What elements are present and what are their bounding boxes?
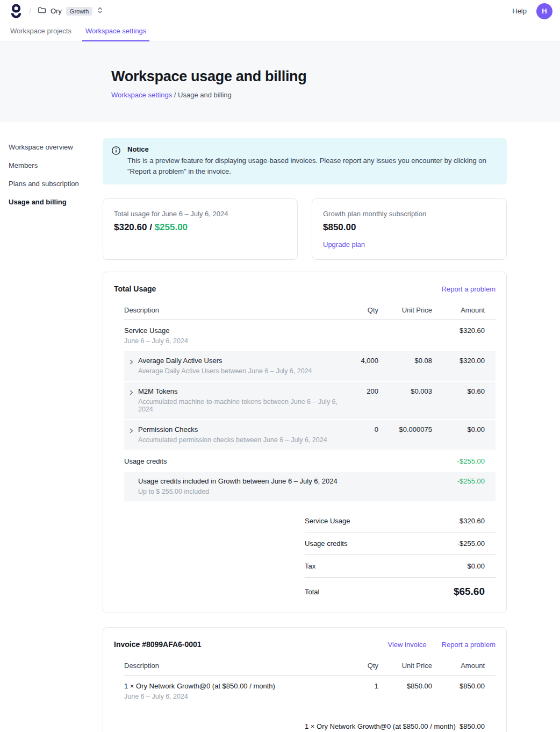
- total-value: $320.60: [460, 517, 485, 525]
- row-amount: $850.00: [437, 682, 485, 690]
- summary-cards: Total usage for June 6 – July 6, 2024 $3…: [103, 198, 507, 260]
- row-subtitle: Up to $ 255.00 included: [138, 488, 338, 495]
- col-amount: Amount: [437, 306, 485, 314]
- row-subtitle: June 6 – July 6, 2024: [124, 337, 339, 345]
- total-usage-card: Total usage for June 6 – July 6, 2024 $3…: [103, 198, 298, 260]
- breadcrumb-workspace-settings-link[interactable]: Workspace settings: [111, 91, 172, 99]
- breadcrumb-current: / Usage and billing: [174, 91, 232, 99]
- row-qty: 0: [344, 425, 378, 433]
- total-line-tax: Tax $0.00: [305, 555, 496, 578]
- table-row-m2m-tokens: M2M Tokens Accumulated machine-to-machin…: [124, 382, 496, 419]
- invoice-report-problem-link[interactable]: Report a problem: [442, 641, 496, 649]
- sidebar-item-members[interactable]: Members: [9, 160, 103, 171]
- invoice-panel: Invoice #8099AFA6-0001 View invoice Repo…: [103, 627, 507, 732]
- usage-table-header: Description Qty Unit Price Amount: [124, 301, 496, 320]
- row-subtitle: Accumulated permission checks between Ju…: [138, 436, 327, 444]
- total-line-usage-credits: Usage credits -$255.00: [305, 532, 496, 555]
- notice-body: This is a preview feature for displaying…: [127, 155, 498, 177]
- plan-label: Growth plan monthly subscription: [323, 210, 496, 218]
- row-title: Permission Checks: [138, 425, 327, 433]
- settings-sidenav: Workspace overview Members Plans and sub…: [0, 122, 103, 215]
- folder-icon: [38, 6, 46, 16]
- ory-logo-icon[interactable]: [10, 3, 23, 19]
- chevron-right-icon[interactable]: [128, 427, 134, 444]
- tab-workspace-settings[interactable]: Workspace settings: [82, 22, 149, 41]
- invoice-table: Description Qty Unit Price Amount 1 × Or…: [124, 657, 496, 732]
- workspace-tabs: Workspace projects Workspace settings: [0, 22, 560, 41]
- notice-banner: Notice This is a preview feature for dis…: [103, 138, 507, 184]
- row-amount: -$255.00: [437, 477, 485, 485]
- col-description: Description: [124, 306, 339, 314]
- row-subtitle: Accumulated machine-to-machine tokens be…: [138, 398, 339, 413]
- tab-workspace-projects[interactable]: Workspace projects: [7, 22, 75, 41]
- row-qty: 4,000: [344, 357, 378, 365]
- total-usage-label: Total usage for June 6 – July 6, 2024: [114, 210, 286, 218]
- workspace-switcher[interactable]: Ory Growth: [38, 6, 103, 16]
- usage-report-problem-link[interactable]: Report a problem: [442, 285, 496, 293]
- total-label: Usage credits: [305, 539, 347, 548]
- sidebar-item-plans-subscription[interactable]: Plans and subscription: [9, 178, 103, 189]
- plan-subscription-card: Growth plan monthly subscription $850.00…: [312, 198, 507, 260]
- row-title: Usage credits included in Growth between…: [138, 477, 338, 485]
- row-unit-price: $0.08: [384, 357, 432, 365]
- sidebar-item-usage-billing[interactable]: Usage and billing: [9, 196, 103, 208]
- row-amount: $320.00: [437, 357, 485, 365]
- row-title: 1 × Ory Network Growth@0 (at $850.00 / m…: [124, 682, 339, 690]
- col-amount: Amount: [437, 662, 485, 670]
- row-title: Average Daily Active Users: [138, 357, 312, 365]
- chevron-updown-icon[interactable]: [97, 6, 103, 16]
- row-subtitle: Average Daily Active Users between June …: [138, 367, 312, 375]
- sidebar-item-workspace-overview[interactable]: Workspace overview: [9, 141, 103, 153]
- page-title: Workspace usage and billing: [111, 68, 539, 85]
- table-row-permission-checks: Permission Checks Accumulated permission…: [124, 420, 496, 450]
- col-unit-price: Unit Price: [384, 306, 432, 314]
- row-unit-price: $0.000075: [384, 425, 432, 433]
- info-icon: [111, 146, 121, 177]
- usage-panel-title: Total Usage: [114, 285, 156, 293]
- notice-content: Notice This is a preview feature for dis…: [127, 145, 498, 177]
- usage-totals: Service Usage $320.60 Usage credits -$25…: [305, 510, 496, 599]
- row-amount: $0.00: [437, 425, 485, 433]
- row-title: Usage credits: [124, 457, 339, 465]
- main-content: Notice This is a preview feature for dis…: [103, 122, 507, 732]
- row-subtitle: June 6 – July 6, 2024: [124, 693, 339, 700]
- col-qty: Qty: [344, 662, 378, 670]
- col-qty: Qty: [344, 306, 378, 314]
- workspace-plan-badge: Growth: [66, 7, 92, 16]
- row-unit-price: $0.003: [384, 387, 432, 395]
- row-qty: 200: [344, 387, 378, 395]
- col-description: Description: [124, 662, 339, 670]
- total-line-service-usage: Service Usage $320.60: [305, 510, 496, 532]
- plan-amount: $850.00: [323, 222, 496, 233]
- avatar[interactable]: H: [536, 3, 552, 19]
- breadcrumb: Workspace settings / Usage and billing: [111, 91, 539, 99]
- table-row-service-usage: Service Usage June 6 – July 6, 2024 $320…: [124, 320, 496, 351]
- total-value: $0.00: [467, 562, 485, 570]
- upgrade-plan-link[interactable]: Upgrade plan: [323, 240, 365, 248]
- table-row-usage-credits-detail: Usage credits included in Growth between…: [124, 472, 496, 501]
- row-unit-price: $850.00: [384, 682, 432, 690]
- topbar-right: Help H: [512, 3, 552, 19]
- notice-title: Notice: [127, 145, 498, 153]
- total-line-item: 1 × Ory Network Growth@0 (at $850.00 / m…: [305, 715, 496, 732]
- chevron-right-icon[interactable]: [128, 358, 134, 375]
- view-invoice-link[interactable]: View invoice: [388, 641, 427, 649]
- col-unit-price: Unit Price: [384, 662, 432, 670]
- row-amount: $320.60: [437, 326, 485, 335]
- row-title: M2M Tokens: [138, 387, 339, 395]
- total-usage-panel: Total Usage Report a problem Description…: [103, 272, 507, 613]
- total-label: Service Usage: [305, 517, 350, 525]
- page-header: Workspace usage and billing Workspace se…: [0, 41, 560, 122]
- usage-table: Description Qty Unit Price Amount Servic…: [124, 301, 496, 599]
- help-link[interactable]: Help: [512, 7, 527, 15]
- grand-total-value: $65.60: [454, 586, 485, 598]
- invoice-title: Invoice #8099AFA6-0001: [114, 640, 202, 649]
- row-qty: 1: [344, 682, 378, 690]
- table-row-daily-active-users: Average Daily Active Users Average Daily…: [124, 351, 496, 381]
- workspace-name: Ory: [51, 7, 62, 15]
- row-title: Service Usage: [124, 326, 339, 335]
- total-value: -$255.00: [457, 539, 485, 548]
- invoice-totals: 1 × Ory Network Growth@0 (at $850.00 / m…: [305, 715, 496, 732]
- chevron-right-icon[interactable]: [128, 389, 134, 413]
- total-usage-amount: $320.60 / $255.00: [114, 222, 286, 233]
